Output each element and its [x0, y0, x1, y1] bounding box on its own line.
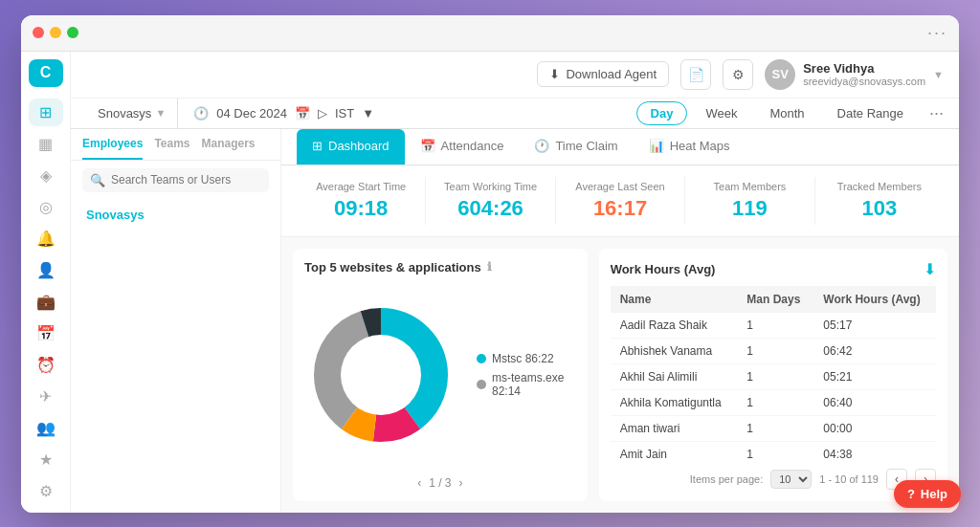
chart-section: Top 5 websites & applications ℹ — [293, 249, 588, 501]
stat-tracked-members-value: 103 — [823, 196, 936, 221]
sidebar-item-alerts[interactable]: 🔔 — [29, 225, 63, 253]
timezone-display: IST — [335, 106, 354, 121]
table-body: Aadil Raza Shaik 1 05:17 Abhishek Vanama… — [611, 313, 936, 463]
legend-item-0: Mstsc 86:22 — [477, 352, 576, 365]
tab-employees[interactable]: Employees — [82, 137, 143, 160]
tab-timeclaim[interactable]: 🕐 Time Claim — [519, 129, 633, 165]
content-area: Top 5 websites & applications ℹ — [281, 237, 959, 513]
search-box[interactable]: 🔍 — [82, 168, 269, 192]
tab-dashboard[interactable]: ⊞ Dashboard — [297, 129, 405, 165]
table-header-row: Work Hours (Avg) ⬇ — [611, 260, 936, 278]
calendar-icon[interactable]: 📅 — [295, 106, 310, 121]
stat-team-working: Team Working Time 604:26 — [426, 177, 555, 225]
tab-managers[interactable]: Managers — [202, 137, 256, 160]
sidebar-item-dashboard[interactable]: ⊞ — [29, 99, 63, 126]
search-icon: 🔍 — [90, 173, 105, 187]
stat-team-working-value: 604:26 — [434, 196, 546, 221]
right-panel: ⊞ Dashboard 📅 Attendance 🕐 Time Claim — [281, 129, 959, 513]
cell-name: Amit Jain — [611, 441, 738, 463]
stat-tracked-members: Tracked Members 103 — [815, 177, 944, 225]
pagination-info: 1 - 10 of 119 — [819, 473, 879, 485]
table-footer: Items per page: 10 25 50 1 - 10 of 119 ‹… — [611, 463, 936, 490]
range-tab-daterange[interactable]: Date Range — [823, 101, 918, 125]
table-scroll: Name Man Days Work Hours (Avg) Aadil Raz… — [611, 286, 936, 463]
stat-avg-last-seen-value: 16:17 — [564, 196, 677, 221]
sidebar-item-calendar[interactable]: 📅 — [29, 319, 63, 347]
tab-teams[interactable]: Teams — [154, 137, 189, 160]
sidebar-item-users[interactable]: 👤 — [29, 256, 63, 284]
sidebar-item-send[interactable]: ✈ — [29, 383, 63, 410]
cell-name: Akhil Sai Alimili — [611, 363, 738, 389]
tab-timeclaim-label: Time Claim — [555, 139, 617, 153]
cell-name: Akhila Komatiguntla — [611, 389, 738, 415]
sidebar-item-activity[interactable]: ◈ — [29, 162, 63, 189]
more-options-icon[interactable]: ··· — [929, 103, 944, 123]
legend-item-1: ms-teams.exe 82:14 — [477, 371, 576, 398]
chart-page: 1 / 3 — [429, 476, 451, 490]
download-table-icon[interactable]: ⬇ — [924, 260, 936, 278]
more-options-icon[interactable]: ··· — [927, 23, 947, 43]
main-content: ⬇ Download Agent 📄 ⚙ SV Sree Vidhya sree… — [71, 52, 959, 513]
sidebar-item-settings[interactable]: ⚙ — [29, 477, 63, 505]
sidebar-item-time[interactable]: ⏰ — [29, 351, 63, 379]
user-menu[interactable]: SV Sree Vidhya sreevidya@snovasys.com ▼ — [765, 59, 944, 90]
range-tab-month[interactable]: Month — [755, 101, 818, 125]
org-name[interactable]: Snovasys — [71, 200, 280, 230]
sidebar-item-projects[interactable]: 💼 — [29, 288, 63, 316]
stat-team-members-value: 119 — [693, 196, 806, 221]
range-tab-week[interactable]: Week — [691, 101, 751, 125]
page-tabs: ⊞ Dashboard 📅 Attendance 🕐 Time Claim — [281, 129, 959, 165]
svg-point-5 — [341, 335, 421, 415]
chevron-down-icon[interactable]: ▼ — [362, 106, 374, 121]
close-button[interactable] — [33, 27, 44, 38]
minimize-button[interactable] — [50, 27, 61, 38]
stats-row: Average Start Time 09:18 Team Working Ti… — [281, 165, 959, 237]
cell-work-hours: 06:42 — [813, 338, 936, 363]
stat-tracked-members-label: Tracked Members — [823, 181, 936, 192]
icon-sidebar: C ⊞ ▦ ◈ ◎ 🔔 👤 💼 📅 ⏰ ✈ 👥 ★ ⚙ — [21, 52, 71, 513]
top-header: ⬇ Download Agent 📄 ⚙ SV Sree Vidhya sree… — [71, 52, 959, 99]
donut-svg — [304, 298, 457, 451]
cell-name: Aman tiwari — [611, 415, 738, 441]
panel-tabs: Employees Teams Managers — [71, 129, 280, 161]
help-icon: ? — [907, 487, 915, 501]
stat-avg-start-label: Average Start Time — [304, 181, 417, 192]
stat-team-members: Team Members 119 — [685, 177, 814, 225]
range-tab-day[interactable]: Day — [636, 101, 688, 125]
chart-title: Top 5 websites & applications ℹ — [304, 260, 576, 274]
maximize-button[interactable] — [67, 27, 78, 38]
clock-icon: 🕐 — [534, 139, 549, 153]
document-icon-button[interactable]: 📄 — [680, 59, 711, 90]
app-logo[interactable]: C — [29, 59, 63, 87]
title-bar: ··· — [21, 15, 959, 52]
stat-avg-start-value: 09:18 — [304, 196, 417, 221]
cell-work-hours: 06:40 — [813, 389, 936, 415]
tab-attendance-label: Attendance — [441, 139, 504, 153]
table-header: Name Man Days Work Hours (Avg) — [611, 286, 936, 313]
date-section: 🕐 04 Dec 2024 📅 ▷ IST ▼ — [178, 99, 390, 128]
sidebar-item-reports[interactable]: ▦ — [29, 130, 63, 158]
tab-attendance[interactable]: 📅 Attendance — [405, 129, 520, 165]
items-per-page-select[interactable]: 10 25 50 — [770, 470, 812, 489]
stat-team-members-label: Team Members — [693, 181, 806, 192]
next-icon[interactable]: › — [459, 476, 463, 490]
sidebar-item-team[interactable]: 👥 — [29, 414, 63, 442]
download-icon: ⬇ — [549, 67, 560, 81]
team-selector[interactable]: Snovasys ▼ — [86, 99, 178, 128]
sidebar-item-targets[interactable]: ◎ — [29, 193, 63, 221]
help-button[interactable]: ? Help — [894, 480, 961, 508]
cell-man-days: 1 — [737, 363, 813, 389]
prev-icon[interactable]: ‹ — [417, 476, 421, 490]
cell-man-days: 1 — [737, 415, 813, 441]
sidebar-item-star[interactable]: ★ — [29, 446, 63, 473]
chart-icon: 📊 — [649, 139, 664, 153]
stat-team-working-label: Team Working Time — [434, 181, 546, 192]
tab-heatmaps[interactable]: 📊 Heat Maps — [634, 129, 746, 165]
table-row: Akhila Komatiguntla 1 06:40 — [611, 389, 936, 415]
date-display: 04 Dec 2024 — [216, 106, 287, 121]
legend-label-0: Mstsc 86:22 — [492, 352, 554, 365]
settings-icon-button[interactable]: ⚙ — [723, 59, 753, 90]
download-agent-button[interactable]: ⬇ Download Agent — [537, 61, 669, 87]
search-input[interactable] — [111, 173, 261, 187]
cell-work-hours: 05:21 — [813, 363, 936, 389]
